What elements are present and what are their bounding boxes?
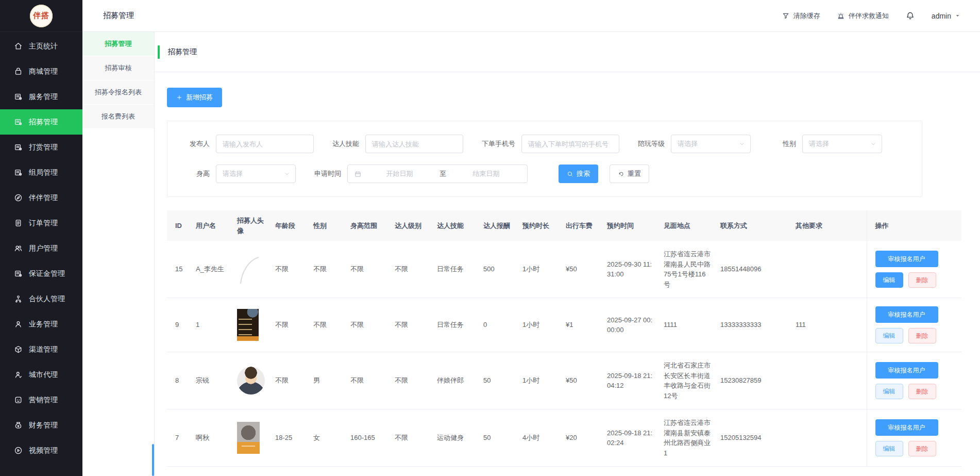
- reset-button[interactable]: 重置: [610, 165, 649, 183]
- sidebar-item-label: 伴伴管理: [29, 193, 58, 203]
- right-column: 招募管理 清除缓存 伴伴求救通知 admin 招募管: [82, 0, 980, 476]
- filter-gender: 性别 请选择: [769, 135, 882, 153]
- submenu-scrollbar-thumb[interactable]: [152, 444, 154, 476]
- sidebar-item-label: 主页统计: [29, 42, 58, 51]
- column-header: 预约时间: [603, 210, 660, 241]
- table-cell-height: 不限: [346, 298, 391, 352]
- sidebar-item-label: 视频管理: [29, 446, 58, 455]
- sidebar-item-label: 城市代理: [29, 370, 58, 380]
- apply-time-range-picker[interactable]: 开始日期 至 结束日期: [347, 165, 528, 183]
- column-header: 见面地点: [660, 210, 716, 241]
- table-cell-other: 111: [791, 298, 867, 352]
- submenu-item-2[interactable]: 招募令报名列表: [82, 80, 154, 105]
- submenu-item-1[interactable]: 招募审核: [82, 56, 154, 80]
- delete-button[interactable]: 删除: [908, 441, 936, 456]
- review-signup-button[interactable]: 审核报名用户: [875, 306, 938, 323]
- publisher-input[interactable]: [216, 135, 314, 153]
- sidebar-item-label: 合伙人管理: [29, 294, 65, 304]
- skill-input[interactable]: [365, 135, 463, 153]
- delete-button[interactable]: 删除: [908, 272, 936, 288]
- table-cell-contact: 15205132594: [716, 409, 791, 467]
- sidebar-item-15[interactable]: 财务管理: [0, 413, 82, 438]
- column-header: 用户名: [192, 210, 233, 241]
- table-cell-actions: 审核报名用户编辑删除: [867, 409, 961, 467]
- username-label: admin: [932, 12, 951, 20]
- table-cell-contact: 15230827859: [716, 352, 791, 409]
- submenu-item-3[interactable]: 报名费列表: [82, 105, 154, 129]
- user-dropdown[interactable]: admin: [932, 12, 960, 20]
- level-select[interactable]: 请选择: [671, 135, 751, 153]
- sidebar-item-label: 营销管理: [29, 396, 58, 405]
- delete-button[interactable]: 删除: [908, 384, 936, 399]
- chevron-down-icon: [284, 171, 290, 177]
- sidebar-item-14[interactable]: 营销管理: [0, 387, 82, 413]
- column-header: 操作: [867, 210, 961, 241]
- breadcrumb-accent-bar: [158, 45, 160, 59]
- table-cell-fee: ¥20: [562, 409, 603, 467]
- sidebar-item-10[interactable]: 合伙人管理: [0, 286, 82, 311]
- review-signup-button[interactable]: 审核报名用户: [875, 419, 938, 436]
- sidebar-item-2[interactable]: 服务管理: [0, 84, 82, 109]
- submenu-panel: 招募管理招募审核招募令报名列表报名费列表: [82, 32, 155, 476]
- reset-button-label: 重置: [628, 169, 641, 178]
- sidebar-item-16[interactable]: 视频管理: [0, 438, 82, 463]
- sidebar-item-6[interactable]: 伴伴管理: [0, 185, 82, 210]
- sidebar-item-label: 打赏管理: [29, 143, 58, 152]
- bell-icon[interactable]: [905, 11, 915, 21]
- filter-publisher: 发布人: [183, 135, 314, 153]
- compass-icon: [14, 193, 23, 202]
- table-cell-username: A_李先生: [192, 241, 233, 298]
- main-panel: 招募管理 新增招募 发布人: [155, 32, 980, 476]
- add-recruit-button[interactable]: 新增招募: [167, 88, 222, 107]
- edit-button[interactable]: 编辑: [875, 272, 903, 288]
- edit-button[interactable]: 编辑: [875, 328, 903, 343]
- edit-button[interactable]: 编辑: [875, 441, 903, 456]
- sidebar-item-1[interactable]: 商城管理: [0, 59, 82, 84]
- filter-height: 身高 请选择: [183, 165, 296, 183]
- sidebar-item-label: 服务管理: [29, 92, 58, 102]
- review-signup-button[interactable]: 审核报名用户: [875, 251, 938, 267]
- action-mini-row: 编辑删除: [875, 384, 958, 399]
- sidebar-item-0[interactable]: 主页统计: [0, 34, 82, 59]
- review-signup-button[interactable]: 审核报名用户: [875, 362, 938, 379]
- sidebar-item-label: 渠道管理: [29, 345, 58, 354]
- sidebar-item-11[interactable]: 业务管理: [0, 311, 82, 337]
- sidebar-item-12[interactable]: 渠道管理: [0, 337, 82, 362]
- recruiter-avatar: [237, 367, 265, 395]
- submenu-item-0[interactable]: 招募管理: [82, 32, 154, 56]
- card-list-icon: [14, 269, 23, 278]
- recruiter-avatar: [237, 422, 260, 454]
- sos-notice-button[interactable]: 伴伴求救通知: [837, 11, 889, 21]
- logo-area: 伴搭: [0, 0, 82, 32]
- search-button[interactable]: 搜索: [559, 165, 598, 183]
- card-list-icon: [14, 118, 23, 126]
- level-label: 陪玩等级: [638, 139, 665, 149]
- sidebar-item-9[interactable]: 保证金管理: [0, 261, 82, 286]
- sidebar-item-label: 订单管理: [29, 219, 58, 228]
- sidebar-item-8[interactable]: 用户管理: [0, 236, 82, 261]
- start-date-input[interactable]: 开始日期: [365, 169, 434, 178]
- body-row: 招募管理招募审核招募令报名列表报名费列表 招募管理 新增招募: [82, 32, 980, 476]
- breadcrumb: 招募管理: [155, 32, 980, 72]
- delete-button[interactable]: 删除: [908, 328, 936, 343]
- height-select[interactable]: 请选择: [216, 165, 296, 183]
- sidebar-item-13[interactable]: 城市代理: [0, 362, 82, 387]
- app-root: 伴搭 主页统计商城管理服务管理招募管理打赏管理组局管理伴伴管理订单管理用户管理保…: [0, 0, 980, 476]
- sidebar-item-3[interactable]: 招募管理: [0, 109, 82, 135]
- table-cell-height: 不限: [346, 241, 391, 298]
- column-header: 身高范围: [346, 210, 391, 241]
- table-header-row: ID用户名招募人头像年龄段性别身高范围达人级别达人技能达人报酬预约时长出行车费预…: [167, 210, 961, 241]
- table-cell-height: 160-165: [346, 409, 391, 467]
- end-date-input[interactable]: 结束日期: [451, 169, 521, 178]
- order-phone-input[interactable]: [521, 135, 619, 153]
- sidebar-item-7[interactable]: 订单管理: [0, 210, 82, 236]
- sidebar-item-label: 组局管理: [29, 168, 58, 177]
- column-header: 达人报酬: [479, 210, 518, 241]
- sidebar-item-5[interactable]: 组局管理: [0, 160, 82, 185]
- clear-cache-button[interactable]: 清除缓存: [782, 11, 820, 21]
- gender-select[interactable]: 请选择: [802, 135, 882, 153]
- edit-button[interactable]: 编辑: [875, 384, 903, 399]
- table-row: 91不限不限不限不限日常任务01小时¥12025-09-27 00:00:001…: [167, 298, 961, 352]
- sidebar-item-4[interactable]: 打赏管理: [0, 135, 82, 160]
- sidebar-item-label: 用户管理: [29, 244, 58, 253]
